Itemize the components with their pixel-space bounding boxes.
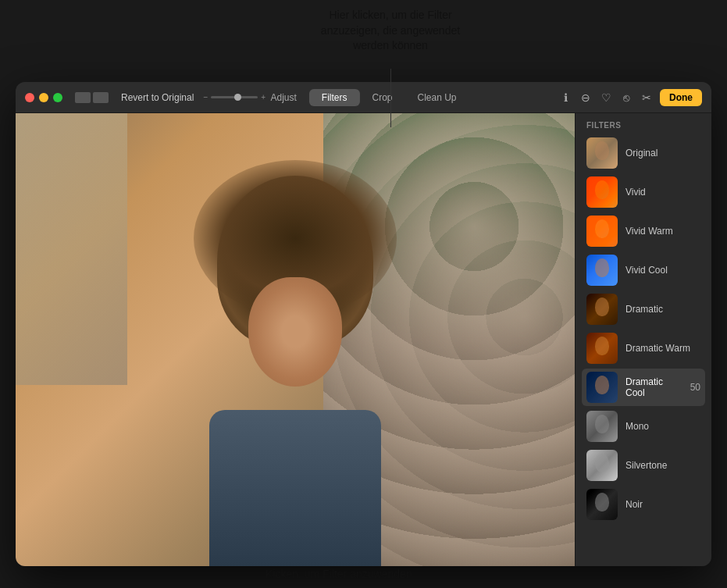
filter-thumb-dramatic [586,294,618,325]
photo-canvas [16,113,575,566]
filter-thumb-mono [586,411,618,442]
tab-adjust[interactable]: Adjust [258,89,308,106]
filter-list: OriginalVividVivid WarmVivid CoolDramati… [576,134,711,566]
filters-panel: FILTERS OriginalVividVivid WarmVivid Coo… [575,113,711,566]
filter-thumb-noir [586,489,618,520]
filter-label-dramatic: Dramatic [625,304,700,315]
toolbar-right: ℹ ⊖ ♡ ⎋ ✂ Done [558,89,702,106]
app-window: Revert to Original − + Adjust Filters Cr… [16,82,711,566]
filter-item-vivid-warm[interactable]: Vivid Warm [582,212,705,250]
maximize-button[interactable] [53,93,62,102]
view-controls [75,92,109,103]
brightness-slider[interactable]: − + [203,93,265,102]
top-callout: Hier klicken, um die Filter anzuzeigen, … [305,8,476,54]
main-content: FILTERS OriginalVividVivid WarmVivid Coo… [16,113,711,566]
filters-header: FILTERS [576,113,711,134]
done-button[interactable]: Done [660,89,702,106]
revert-to-original-button[interactable]: Revert to Original [121,92,194,103]
filter-thumb-vivid-cool [586,255,618,286]
person-silhouette [186,176,404,566]
tab-filters[interactable]: Filters [309,89,360,106]
tab-crop[interactable]: Crop [359,89,404,106]
filter-value-dramatic-cool: 50 [690,382,700,393]
view-split[interactable] [93,92,109,103]
view-single[interactable] [75,92,91,103]
brightness-minus-icon: − [203,93,208,102]
titlebar: Revert to Original − + Adjust Filters Cr… [16,82,711,113]
close-button[interactable] [25,93,34,102]
heart-icon[interactable]: ♡ [599,91,613,105]
filter-label-noir: Noir [625,499,700,510]
filter-thumb-silvertone [586,450,618,481]
filter-label-vivid-warm: Vivid Warm [625,226,700,237]
bottom-callout-text: Kicken, um Filter anzuwenden [265,568,412,580]
nav-tabs: Adjust Filters Crop Clean Up [258,89,469,106]
filter-item-noir[interactable]: Noir [582,486,705,523]
filter-label-mono: Mono [625,421,700,432]
filter-label-vivid: Vivid [625,187,700,198]
filter-item-silvertone[interactable]: Silvertone [582,447,705,484]
person-face [248,277,342,387]
zoom-icon[interactable]: ⊖ [579,91,593,105]
tab-clean-up[interactable]: Clean Up [405,89,469,106]
share-icon[interactable]: ⎋ [619,91,633,105]
filter-thumb-dramatic-warm [586,333,618,364]
filter-label-original: Original [625,148,700,159]
filter-label-vivid-cool: Vivid Cool [625,265,700,276]
filter-item-dramatic-cool[interactable]: Dramatic Cool50 [582,369,705,406]
top-callout-text: Hier klicken, um die Filter anzuzeigen, … [321,9,460,52]
filter-thumb-original [586,137,618,169]
minimize-button[interactable] [39,93,48,102]
more-icon[interactable]: ✂ [640,91,654,105]
filter-item-dramatic-warm[interactable]: Dramatic Warm [582,330,705,367]
filter-item-original[interactable]: Original [582,134,705,172]
left-window-light [16,113,127,385]
person-body [209,410,381,566]
filter-thumb-dramatic-cool [586,372,618,403]
photo-area [16,113,575,566]
bottom-callout: Kicken, um Filter anzuwenden [265,568,412,580]
filter-label-dramatic-cool: Dramatic Cool [625,376,682,398]
filter-label-silvertone: Silvertone [625,460,700,471]
callout-line-top [390,69,391,127]
info-icon[interactable]: ℹ [558,91,572,105]
filter-label-dramatic-warm: Dramatic Warm [625,343,700,354]
brightness-track[interactable] [211,96,258,98]
filter-thumb-vivid [586,176,618,208]
filter-item-vivid[interactable]: Vivid [582,173,705,211]
filter-item-mono[interactable]: Mono [582,408,705,445]
filter-item-dramatic[interactable]: Dramatic [582,290,705,328]
traffic-lights [25,93,62,102]
filter-item-vivid-cool[interactable]: Vivid Cool [582,251,705,289]
filter-thumb-vivid-warm [586,216,618,247]
